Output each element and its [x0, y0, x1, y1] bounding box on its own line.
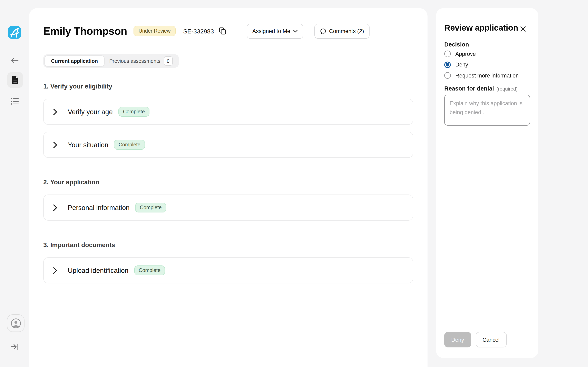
accordion-row-your-situation[interactable]: Your situation Complete	[43, 132, 413, 158]
chevron-right-icon	[53, 141, 57, 148]
radio-option-request-more-information[interactable]: Request more information	[444, 72, 530, 79]
comments-button[interactable]: Comments (2)	[314, 24, 370, 39]
required-hint: (required)	[496, 86, 518, 92]
assigned-dropdown-label: Assigned to Me	[252, 28, 290, 34]
reason-for-denial-label: Reason for denial	[444, 85, 494, 92]
radio-circle-icon[interactable]	[444, 72, 451, 79]
app-logo-icon	[8, 26, 21, 39]
case-main-card: Emily Thompson Under Review SE-332983 As…	[29, 8, 428, 367]
section-heading: 3. Important documents	[43, 241, 413, 249]
case-id: SE-332983	[183, 27, 214, 34]
collapse-sidebar-icon[interactable]	[11, 343, 19, 351]
radio-circle-selected-icon[interactable]	[444, 61, 451, 68]
status-badge: Under Review	[134, 26, 176, 36]
tab-current-application[interactable]: Current application	[44, 55, 104, 67]
chevron-right-icon	[53, 204, 57, 211]
tab-current-label: Current application	[51, 58, 98, 64]
review-application-panel: Review application Decision Approve Deny…	[436, 8, 538, 358]
reason-for-denial-textarea[interactable]	[444, 95, 530, 125]
radio-option-deny[interactable]: Deny	[444, 61, 530, 68]
sidebar-item-list[interactable]	[11, 98, 19, 105]
tab-previous-count-badge: 0	[164, 56, 173, 66]
user-avatar-button[interactable]	[7, 314, 25, 332]
panel-title: Review application	[444, 22, 530, 33]
deny-button[interactable]: Deny	[444, 332, 471, 347]
case-header: Emily Thompson Under Review SE-332983 As…	[43, 23, 413, 39]
tab-previous-assessments[interactable]: Previous assessments 0	[104, 56, 177, 66]
document-icon	[12, 76, 18, 84]
chevron-right-icon	[53, 267, 57, 274]
row-title: Personal information	[68, 204, 130, 211]
app-root: Emily Thompson Under Review SE-332983 As…	[0, 0, 588, 367]
sidebar	[0, 0, 29, 367]
complete-badge: Complete	[135, 203, 166, 212]
radio-label: Request more information	[455, 72, 519, 78]
accordion-row-upload-identification[interactable]: Upload identification Complete	[43, 257, 413, 284]
bulleted-list-icon	[11, 98, 18, 105]
close-icon[interactable]	[520, 26, 526, 32]
radio-option-approve[interactable]: Approve	[444, 50, 530, 57]
complete-badge: Complete	[134, 266, 165, 275]
person-circle-icon	[10, 318, 21, 328]
row-title: Verify your age	[68, 108, 113, 116]
comments-button-label: Comments (2)	[329, 28, 364, 34]
row-title: Your situation	[68, 141, 108, 149]
back-arrow-icon[interactable]	[11, 57, 19, 64]
section-heading: 1. Verify your eligibility	[43, 82, 413, 91]
section-heading: 2. Your application	[43, 178, 413, 186]
complete-badge: Complete	[118, 107, 149, 117]
speech-bubble-icon	[320, 28, 326, 34]
cancel-button[interactable]: Cancel	[476, 332, 507, 347]
sidebar-item-application-document[interactable]	[7, 72, 23, 88]
tab-bar: Current application Previous assessments…	[43, 54, 179, 68]
radio-label: Deny	[455, 62, 468, 68]
radio-label: Approve	[455, 51, 476, 57]
accordion-row-personal-information[interactable]: Personal information Complete	[43, 194, 413, 221]
chevron-down-icon	[293, 30, 298, 33]
copy-icon[interactable]	[219, 27, 226, 35]
tab-previous-label: Previous assessments	[109, 58, 160, 64]
accordion-row-verify-your-age[interactable]: Verify your age Complete	[43, 99, 413, 125]
radio-circle-icon[interactable]	[444, 50, 451, 57]
page-title: Emily Thompson	[43, 25, 127, 37]
assigned-dropdown[interactable]: Assigned to Me	[247, 24, 303, 39]
complete-badge: Complete	[114, 140, 145, 150]
decision-label: Decision	[444, 41, 530, 48]
chevron-right-icon	[53, 108, 57, 115]
row-title: Upload identification	[68, 267, 129, 274]
panel-actions: Deny Cancel	[444, 332, 507, 347]
